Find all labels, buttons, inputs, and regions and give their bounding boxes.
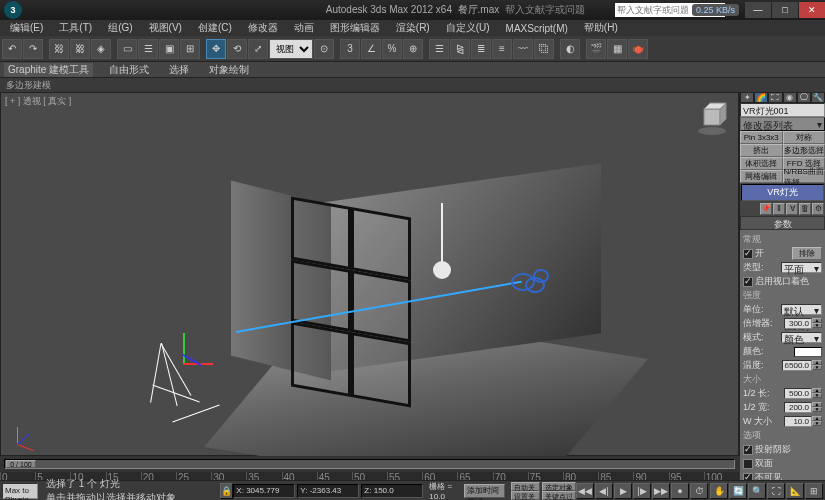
unit-dropdown[interactable]: 默认(图像)▾ (781, 304, 823, 315)
mult-down[interactable]: ▼ (812, 323, 822, 328)
menu-maxscript[interactable]: MAXScript(M) (500, 23, 574, 34)
check-cast-shadows[interactable] (743, 445, 753, 455)
auto-key-button[interactable]: 自动关键点 (511, 482, 540, 491)
viewport-label[interactable]: [ + ] 透视 [ 真实 ] (5, 95, 71, 108)
menu-view[interactable]: 视图(V) (143, 21, 188, 35)
redo-button[interactable]: ↷ (23, 39, 43, 59)
object-name-field[interactable]: VR灯光001 (740, 103, 825, 117)
coord-z[interactable]: Z: 150.0 (361, 484, 423, 498)
stack-item-vrlight[interactable]: VR灯光 (742, 185, 823, 200)
cfg-btn-1[interactable]: 对称 (783, 131, 826, 144)
check-on[interactable] (743, 249, 753, 259)
select-button[interactable]: ▭ (117, 39, 137, 59)
stack-config[interactable]: ⚙ (812, 203, 824, 215)
maximize-button[interactable]: □ (772, 2, 798, 18)
menu-edit[interactable]: 编辑(E) (4, 21, 49, 35)
type-dropdown[interactable]: 平面▾ (781, 262, 823, 273)
unlink-button[interactable]: ⛓̸ (70, 39, 90, 59)
check-double-sided[interactable] (743, 459, 753, 469)
ribbon-tab-select[interactable]: 选择 (165, 63, 193, 77)
half-length-input[interactable]: 500.0 (784, 388, 813, 399)
half-width-input[interactable]: 200.0 (784, 402, 813, 413)
viewport-perspective[interactable]: [ + ] 透视 [ 真实 ] (0, 92, 739, 456)
mirror-button[interactable]: ⧎ (450, 39, 470, 59)
ribbon-tab-paint[interactable]: 对象绘制 (205, 63, 253, 77)
key-mode[interactable]: ● (671, 483, 689, 499)
ribbon-sub[interactable]: 多边形建模 (0, 78, 825, 92)
time-thumb[interactable]: 0 / 100 (6, 460, 36, 468)
cfg-btn-4[interactable]: 体积选择 (740, 157, 783, 170)
axis-y-icon[interactable] (183, 333, 185, 363)
link-button[interactable]: ⛓ (49, 39, 69, 59)
window-crossing-button[interactable]: ⊞ (180, 39, 200, 59)
light-target-gizmo[interactable] (511, 273, 551, 303)
render-frame-button[interactable]: ▦ (607, 39, 627, 59)
menu-help[interactable]: 帮助(H) (578, 21, 624, 35)
schematic-button[interactable]: ⿻ (534, 39, 554, 59)
maxscript-mini[interactable]: Max to Physic (2, 483, 38, 499)
cfg-btn-3[interactable]: 多边形选择 (783, 144, 826, 157)
tab-motion[interactable]: ◉ (783, 92, 797, 103)
stack-show[interactable]: Ⅱ (773, 203, 785, 215)
zoom-extents[interactable]: ⛶ (767, 483, 785, 499)
snap-toggle[interactable]: 3 (340, 39, 360, 59)
rollout-params[interactable]: 参数 (740, 216, 825, 230)
percent-snap[interactable]: % (382, 39, 402, 59)
key-filter-button[interactable]: 关键点过滤器 (542, 491, 576, 500)
bind-button[interactable]: ◈ (91, 39, 111, 59)
tab-create[interactable]: ✦ (740, 92, 754, 103)
spinner-snap[interactable]: ⊕ (403, 39, 423, 59)
vray-light-gizmo[interactable] (161, 343, 231, 433)
stack-pin[interactable]: 📌 (760, 203, 772, 215)
w-size-input[interactable]: 10.0 (784, 416, 813, 427)
play-button[interactable]: ▶ (614, 483, 632, 499)
maximize-viewport[interactable]: ⊞ (805, 483, 823, 499)
set-key-button[interactable]: 设置关键点 (511, 491, 540, 500)
cfg-btn-6[interactable]: 网格编辑 (740, 170, 783, 183)
goto-start[interactable]: ◀◀ (576, 483, 594, 499)
color-swatch[interactable] (794, 347, 822, 357)
material-editor-button[interactable]: ◐ (560, 39, 580, 59)
select-name-button[interactable]: ☰ (138, 39, 158, 59)
cfg-btn-7[interactable]: N/RBS曲面选择 (783, 170, 826, 183)
render-setup-button[interactable]: 🎬 (586, 39, 606, 59)
close-button[interactable]: ✕ (799, 2, 825, 18)
tab-utilities[interactable]: 🔧 (811, 92, 825, 103)
ribbon-tab-graphite[interactable]: Graphite 建模工具 (4, 63, 93, 77)
tab-display[interactable]: 🖵 (797, 92, 811, 103)
app-icon[interactable]: 3 (4, 1, 22, 19)
time-slider[interactable]: 0 / 100 (0, 456, 739, 472)
pivot-button[interactable]: ⊙ (314, 39, 334, 59)
orbit-view[interactable]: 🔄 (729, 483, 747, 499)
tab-modify[interactable]: 🌈 (754, 92, 768, 103)
viewcube[interactable] (694, 101, 730, 137)
add-time-tag[interactable]: 添加时间标记 (464, 484, 504, 498)
zoom-view[interactable]: 🔍 (748, 483, 766, 499)
time-config[interactable]: ⏱ (690, 483, 708, 499)
fov-button[interactable]: 📐 (786, 483, 804, 499)
cfg-btn-2[interactable]: 挤出 (740, 144, 783, 157)
menu-modifiers[interactable]: 修改器 (242, 21, 284, 35)
undo-button[interactable]: ↶ (2, 39, 22, 59)
next-frame[interactable]: |▶ (633, 483, 651, 499)
coord-x[interactable]: X: 3045.779 (233, 484, 295, 498)
curve-editor-button[interactable]: 〰 (513, 39, 533, 59)
mode-dropdown[interactable]: 颜色▾ (781, 332, 823, 343)
menu-tools[interactable]: 工具(T) (53, 21, 98, 35)
modifier-stack[interactable]: VR灯光 (741, 184, 824, 201)
menu-custom[interactable]: 自定义(U) (440, 21, 496, 35)
prev-frame[interactable]: ◀| (595, 483, 613, 499)
move-button[interactable]: ✥ (206, 39, 226, 59)
angle-snap[interactable]: ∠ (361, 39, 381, 59)
menu-animation[interactable]: 动画 (288, 21, 320, 35)
stack-unique[interactable]: ∀ (786, 203, 798, 215)
scale-button[interactable]: ⤢ (248, 39, 268, 59)
goto-end[interactable]: ▶▶ (652, 483, 670, 499)
cfg-btn-0[interactable]: Pin 3x3x3 (740, 131, 783, 144)
key-filter-sel[interactable]: 选定对象 (542, 482, 576, 491)
temp-input[interactable]: 6500.0 (782, 360, 812, 371)
menu-create[interactable]: 创建(C) (192, 21, 238, 35)
exclude-button[interactable]: 排除 (792, 247, 822, 260)
coord-y[interactable]: Y: -2363.43 (297, 484, 359, 498)
stack-remove[interactable]: 🗑 (799, 203, 811, 215)
